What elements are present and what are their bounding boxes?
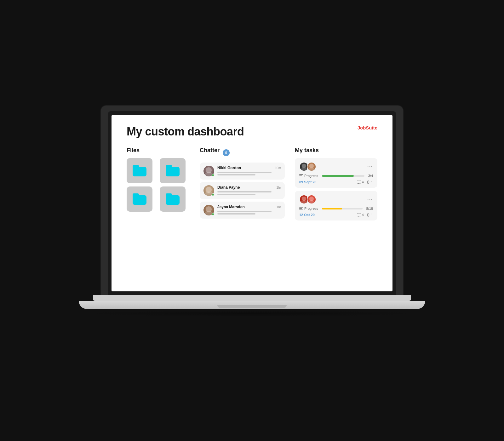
task-1-attachments: 1 — [367, 180, 373, 184]
task-2-progress-bar-track — [322, 208, 363, 209]
folder-icon-4 — [166, 193, 180, 205]
progress-icon-2 — [299, 207, 303, 210]
task-1-menu-button[interactable]: ··· — [367, 164, 373, 169]
chatter-time-3: 1hr — [277, 205, 281, 209]
online-dot-2 — [212, 193, 214, 196]
task-2-footer: 12 Oct 20 4 — [299, 213, 373, 217]
task-1-avatar-b — [307, 162, 316, 171]
chatter-avatar-1 — [203, 166, 214, 176]
chatter-time-1: 10m — [275, 166, 281, 170]
chatter-lines-1 — [217, 172, 281, 175]
chatter-badge: 5 — [223, 149, 230, 156]
chatter-name-row-3: Jayna Marsden 1hr — [217, 205, 281, 209]
svg-rect-6 — [299, 208, 302, 209]
brand-suite: Suite — [366, 125, 377, 130]
task-card-1-header: ··· — [299, 162, 373, 171]
laptop-base — [79, 301, 425, 309]
chatter-section: Chatter 5 — [200, 147, 285, 281]
chatter-line-long-3 — [217, 211, 272, 212]
tasks-section: My tasks — [295, 147, 377, 281]
chatter-name-3: Jayna Marsden — [217, 205, 245, 209]
files-grid — [127, 158, 190, 212]
folder-icon-2 — [166, 165, 180, 176]
task-1-date: 09 Sept 20 — [299, 180, 316, 184]
file-card-2[interactable] — [160, 158, 186, 183]
task-1-comments: 4 — [357, 180, 364, 184]
task-2-avatar-b — [307, 195, 316, 204]
laptop-screen: My custom dashboard JobSuite Files — [112, 115, 392, 291]
laptop-hinge — [217, 305, 287, 308]
task-2-meta: 4 1 — [357, 213, 373, 217]
svg-rect-5 — [299, 207, 303, 208]
svg-rect-7 — [299, 209, 303, 210]
task-2-date: 12 Oct 20 — [299, 213, 315, 217]
chatter-name-row-2: Diana Payne 1hr — [217, 185, 281, 190]
chatter-item-3[interactable]: Jayna Marsden 1hr — [200, 202, 285, 219]
svg-rect-2 — [299, 177, 303, 177]
chatter-item-1[interactable]: Nikki Gordon 10m — [200, 163, 285, 180]
screen-header: My custom dashboard JobSuite — [127, 125, 377, 138]
file-card-3[interactable] — [127, 186, 152, 212]
chatter-avatar-3 — [203, 205, 214, 215]
chatter-section-title: Chatter — [200, 147, 220, 154]
chatter-avatar-2 — [203, 185, 214, 196]
task-1-avatars — [299, 162, 314, 171]
task-card-2-header: ··· — [299, 195, 373, 204]
svg-rect-1 — [299, 175, 302, 176]
task-1-footer: 09 Sept 20 4 — [299, 180, 373, 184]
task-1-progress-label: Progress — [299, 174, 318, 178]
laptop-device: My custom dashboard JobSuite Files — [79, 106, 425, 317]
page-title: My custom dashboard — [127, 125, 244, 138]
svg-rect-8 — [357, 213, 361, 216]
task-2-avatars — [299, 195, 314, 204]
task-1-progress-count: 3/4 — [368, 174, 373, 178]
files-section: Files — [127, 147, 190, 281]
online-dot-1 — [212, 174, 214, 176]
chatter-time-2: 1hr — [277, 186, 281, 189]
task-2-attachments: 1 — [367, 213, 373, 217]
task-2-progress-bar-fill — [322, 208, 342, 209]
chatter-body-2: Diana Payne 1hr — [217, 185, 281, 195]
brand-logo: JobSuite — [358, 125, 377, 130]
chatter-body-3: Jayna Marsden 1hr — [217, 205, 281, 215]
laptop-bottom-bar — [93, 295, 411, 301]
task-card-2: ··· Progress — [295, 191, 377, 220]
task-2-progress-label: Progress — [299, 207, 318, 210]
folder-icon-3 — [133, 193, 146, 205]
task-1-progress-bar-track — [322, 175, 364, 177]
svg-rect-0 — [299, 174, 303, 175]
task-2-comments: 4 — [357, 213, 364, 217]
file-card-4[interactable] — [160, 186, 186, 212]
tasks-list: ··· Progress — [295, 158, 377, 220]
screen-content: My custom dashboard JobSuite Files — [112, 115, 392, 291]
brand-job: Job — [358, 125, 366, 130]
chatter-name-row-1: Nikki Gordon 10m — [217, 166, 281, 170]
comments-icon-1 — [357, 180, 361, 184]
files-section-title: Files — [127, 147, 190, 154]
task-card-1: ··· Progress — [295, 158, 377, 188]
chatter-name-2: Diana Payne — [217, 185, 240, 190]
tasks-section-title: My tasks — [295, 147, 377, 154]
chatter-line-medium-2 — [217, 194, 255, 195]
laptop-bezel: My custom dashboard JobSuite Files — [108, 111, 396, 295]
task-2-progress-row: Progress 8/16 — [299, 207, 373, 210]
online-dot-3 — [212, 213, 214, 215]
laptop-screen-outer: My custom dashboard JobSuite Files — [101, 106, 403, 295]
svg-rect-3 — [357, 180, 361, 183]
attach-icon-2 — [367, 213, 370, 217]
folder-icon-1 — [133, 165, 146, 176]
chatter-list: Nikki Gordon 10m — [200, 163, 285, 219]
chatter-line-long-1 — [217, 172, 272, 173]
chatter-body-1: Nikki Gordon 10m — [217, 166, 281, 175]
task-1-progress-row: Progress 3/4 — [299, 174, 373, 178]
task-2-menu-button[interactable]: ··· — [367, 197, 373, 202]
sections-row: Files — [127, 147, 377, 281]
chatter-item-2[interactable]: Diana Payne 1hr — [200, 182, 285, 199]
chatter-line-medium-3 — [217, 213, 255, 215]
chatter-header: Chatter 5 — [200, 147, 285, 158]
task-2-progress-count: 8/16 — [366, 207, 373, 210]
file-card-1[interactable] — [127, 158, 152, 183]
chatter-lines-3 — [217, 211, 281, 215]
chatter-lines-2 — [217, 191, 281, 195]
laptop-shadow — [79, 310, 425, 317]
